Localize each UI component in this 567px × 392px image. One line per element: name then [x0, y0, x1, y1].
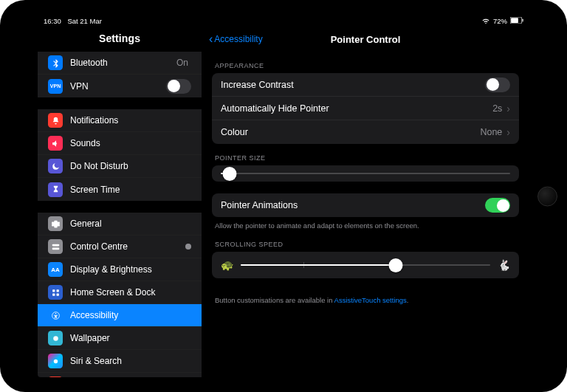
- back-button[interactable]: ‹ Accessibility: [209, 32, 263, 46]
- page-title: Pointer Control: [331, 34, 401, 45]
- sidebar-item-label: Do Not Disturb: [70, 161, 191, 171]
- row-increase-contrast[interactable]: Increase Contrast: [212, 73, 519, 97]
- sidebar-item-label: Bluetooth: [70, 58, 176, 68]
- sidebar-item-label: Sounds: [70, 138, 191, 148]
- back-label: Accessibility: [214, 34, 262, 44]
- section-header-pointer-size: POINTER SIZE: [212, 144, 519, 165]
- chevron-right-icon: ›: [506, 127, 510, 137]
- sidebar-item-notifications[interactable]: Notifications: [38, 109, 202, 132]
- toggles-icon: [48, 239, 63, 254]
- wifi-icon: [481, 17, 490, 25]
- ipad-frame: 16:30 Sat 21 Mar 72% Settings Bluetooth …: [0, 0, 567, 392]
- svg-point-12: [53, 359, 57, 362]
- section-header-appearance: APPEARANCE: [212, 52, 519, 73]
- animations-footer: Allow the pointer to animate and adapt t…: [212, 217, 519, 230]
- battery-icon: [510, 17, 523, 25]
- button-customisations-footer: Button customisations are available in A…: [212, 292, 519, 305]
- svg-point-11: [53, 336, 58, 341]
- sidebar-item-accessibility[interactable]: Accessibility: [38, 304, 202, 327]
- vpn-toggle[interactable]: [166, 79, 191, 94]
- row-label: Automatically Hide Pointer: [221, 103, 492, 114]
- sidebar-item-label: Display & Brightness: [70, 264, 191, 275]
- scrolling-speed-slider[interactable]: [241, 264, 490, 266]
- sidebar-item-label: Screen Time: [70, 185, 191, 195]
- svg-rect-2: [523, 18, 523, 21]
- sidebar-item-general[interactable]: General: [38, 213, 202, 235]
- increase-contrast-toggle[interactable]: [485, 78, 510, 92]
- pointer-size-slider[interactable]: [221, 173, 510, 174]
- sidebar-item-control-centre[interactable]: Control Centre: [38, 235, 202, 258]
- sidebar-item-label: Control Centre: [70, 241, 182, 252]
- sidebar-item-value: On: [176, 58, 188, 68]
- fingerprint-icon: [48, 376, 63, 377]
- status-date: Sat 21 Mar: [67, 17, 101, 25]
- moon-icon: [48, 159, 63, 173]
- row-value: None: [480, 127, 502, 137]
- notifications-icon: [48, 113, 63, 128]
- row-label: Increase Contrast: [221, 80, 485, 90]
- row-auto-hide-pointer[interactable]: Automatically Hide Pointer 2s ›: [212, 97, 519, 120]
- hourglass-icon: [48, 182, 63, 197]
- detail-pane: ‹ Accessibility Pointer Control APPEARAN…: [202, 27, 529, 377]
- svg-rect-7: [52, 293, 55, 295]
- svg-rect-8: [56, 293, 58, 295]
- wallpaper-icon: [48, 331, 63, 345]
- display-icon: AA: [48, 262, 63, 277]
- settings-sidebar: Settings Bluetooth On VPN VPN: [38, 27, 202, 377]
- sidebar-item-label: Accessibility: [70, 310, 191, 320]
- siri-icon: [48, 354, 63, 368]
- sidebar-title: Settings: [38, 27, 202, 52]
- sidebar-item-label: VPN: [70, 81, 166, 92]
- battery-percent: 72%: [493, 17, 507, 25]
- assistive-touch-link[interactable]: AssistiveTouch settings: [334, 296, 407, 304]
- svg-point-10: [55, 312, 56, 314]
- sidebar-item-label: Home Screen & Dock: [70, 287, 191, 298]
- svg-rect-4: [52, 247, 59, 250]
- sidebar-item-label: Wallpaper: [70, 333, 191, 343]
- gear-icon: [48, 216, 63, 231]
- row-pointer-animations[interactable]: Pointer Animations: [212, 193, 519, 217]
- sidebar-item-screen-time[interactable]: Screen Time: [38, 178, 202, 201]
- chevron-right-icon: ›: [506, 103, 510, 114]
- section-header-scrolling: SCROLLING SPEED: [212, 230, 519, 252]
- accessibility-icon: [48, 308, 63, 323]
- sidebar-item-dnd[interactable]: Do Not Disturb: [38, 155, 202, 178]
- sidebar-item-label: Siri & Search: [70, 356, 191, 366]
- sidebar-item-label: Notifications: [70, 115, 191, 125]
- update-badge: [185, 244, 191, 250]
- screen: 16:30 Sat 21 Mar 72% Settings Bluetooth …: [38, 15, 529, 377]
- svg-rect-5: [52, 289, 55, 292]
- svg-rect-3: [52, 244, 59, 246]
- sidebar-item-bluetooth[interactable]: Bluetooth On: [38, 52, 202, 75]
- pointer-size-slider-row: [212, 165, 519, 182]
- scrolling-speed-slider-row: 🐢 🐇: [212, 252, 519, 278]
- sidebar-item-sounds[interactable]: Sounds: [38, 132, 202, 155]
- sidebar-item-home-screen[interactable]: Home Screen & Dock: [38, 281, 202, 304]
- status-time: 16:30: [44, 17, 61, 25]
- sidebar-item-label: General: [70, 219, 191, 229]
- slow-icon: 🐢: [221, 259, 233, 271]
- sidebar-item-display[interactable]: AA Display & Brightness: [38, 258, 202, 281]
- sidebar-item-siri[interactable]: Siri & Search: [38, 350, 202, 373]
- row-value: 2s: [492, 103, 502, 114]
- fast-icon: 🐇: [498, 259, 510, 271]
- sidebar-item-vpn[interactable]: VPN VPN: [38, 75, 202, 97]
- vpn-icon: VPN: [48, 79, 63, 94]
- row-colour[interactable]: Colour None ›: [212, 120, 519, 144]
- home-button[interactable]: [537, 186, 557, 206]
- chevron-left-icon: ‹: [209, 32, 213, 46]
- svg-rect-1: [511, 18, 518, 23]
- sidebar-item-wallpaper[interactable]: Wallpaper: [38, 327, 202, 350]
- status-bar: 16:30 Sat 21 Mar 72%: [38, 15, 529, 27]
- pointer-animations-toggle[interactable]: [485, 198, 510, 213]
- nav-bar: ‹ Accessibility Pointer Control: [202, 27, 529, 52]
- sidebar-item-touch-id[interactable]: Touch ID & Passcode: [38, 373, 202, 377]
- bluetooth-icon: [48, 55, 63, 70]
- row-label: Colour: [221, 127, 480, 137]
- row-label: Pointer Animations: [221, 200, 485, 210]
- grid-icon: [48, 285, 63, 300]
- sounds-icon: [48, 136, 63, 151]
- svg-rect-6: [56, 289, 58, 292]
